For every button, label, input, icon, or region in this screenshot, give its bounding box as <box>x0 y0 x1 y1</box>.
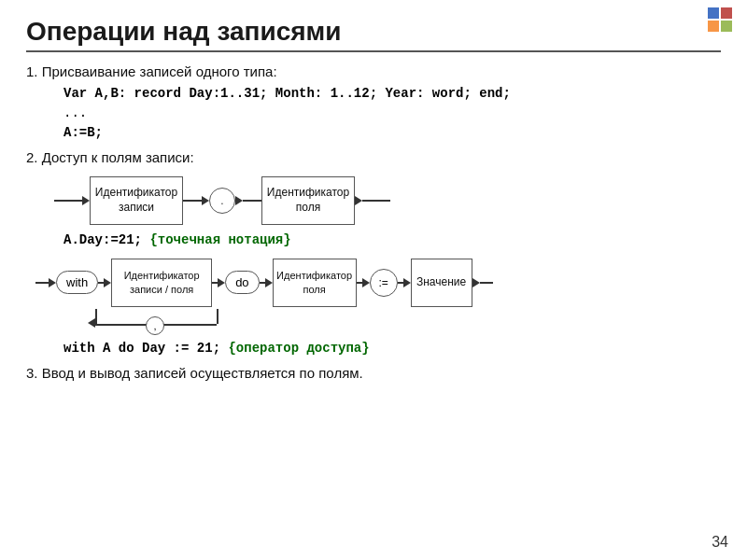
code-var-declaration: Var A,B: record Day:1..31; Month: 1..12;… <box>63 83 721 104</box>
arrowhead1 <box>202 196 209 205</box>
loop-arrowhead <box>88 318 95 328</box>
assign-label: := <box>378 276 388 289</box>
logo <box>708 7 732 32</box>
d2-arrowhead4 <box>362 278 370 287</box>
line1 <box>183 200 202 202</box>
with-comment: {оператор доступа} <box>220 341 370 356</box>
arrowhead-out <box>355 196 362 205</box>
loop-left-down <box>95 309 97 324</box>
d2-arrowhead-out <box>472 278 480 287</box>
d2-arrow-in <box>35 282 49 284</box>
diagram2-container: with Идентификаторзаписи / поля do Идент… <box>35 257 721 337</box>
do-label: do <box>235 275 248 289</box>
notation-code: A.Day:=21; <box>63 232 142 247</box>
do-node: do <box>225 271 259 294</box>
line2 <box>243 200 261 202</box>
notation-line: A.Day:=21; {точечная нотация} <box>63 232 721 247</box>
code-assignment: A:=B; <box>63 122 721 143</box>
arrowhead-in <box>82 196 90 205</box>
d2-box1: Идентификаторзаписи / поля <box>111 259 212 307</box>
page-number: 34 <box>712 534 728 551</box>
with-label: with <box>66 275 88 289</box>
with-notation-line: with A do Day := 21; {оператор доступа} <box>63 341 721 356</box>
comma-node: , <box>146 316 164 335</box>
loop-right-down <box>217 309 218 324</box>
diagram1: Идентификаторзаписи . Идентификаторполя <box>54 173 721 229</box>
d2-arrowhead5 <box>403 278 411 287</box>
dot-node: . <box>209 188 235 214</box>
d2-arrowhead3 <box>265 278 273 287</box>
box-field-identifier: Идентификаторполя <box>261 176 355 225</box>
arrow-in-line <box>54 200 82 202</box>
with-node: with <box>56 271 98 294</box>
d2-box3: Значение <box>411 259 472 307</box>
arrow-out-line <box>362 200 390 202</box>
section2-heading: 2. Доступ к полям записи: <box>26 149 721 165</box>
diagram2: with Идентификаторзаписи / поля do Идент… <box>35 257 721 309</box>
d2-arrow-out <box>480 282 493 284</box>
loop-area: , <box>62 309 721 337</box>
notation-comment: {точечная нотация} <box>142 232 291 247</box>
assign-node: := <box>370 269 398 297</box>
d2-arrowhead1 <box>104 278 111 287</box>
section3-heading: 3. Ввод и вывод записей осуществляется п… <box>26 365 721 381</box>
code-ellipsis: ... <box>63 105 721 120</box>
slide-title: Операции над записями <box>26 17 721 52</box>
arrowhead2 <box>235 196 243 205</box>
d2-arrowhead-in <box>49 278 56 287</box>
box-record-identifier: Идентификаторзаписи <box>90 176 183 225</box>
d2-box2: Идентификаторполя <box>273 259 357 307</box>
section1-heading: 1. Присваивание записей одного типа: <box>26 63 721 79</box>
with-code: with A do Day := 21; <box>63 341 220 356</box>
slide: Операции над записями 1. Присваивание за… <box>0 0 747 560</box>
d2-arrowhead2 <box>218 278 225 287</box>
